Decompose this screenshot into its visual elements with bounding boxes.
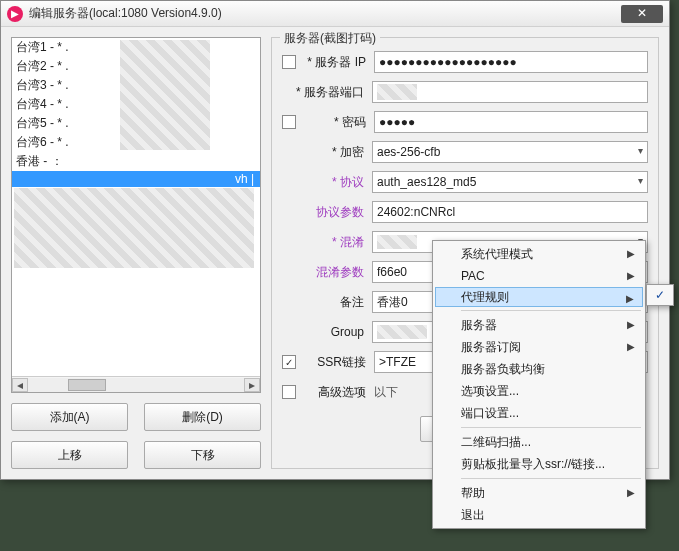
remark-label: 备注	[282, 294, 372, 311]
password-label: * 密码	[300, 114, 374, 131]
menu-item[interactable]: 剪贴板批量导入ssr://链接...	[435, 453, 643, 475]
close-button[interactable]: ✕	[621, 5, 663, 23]
server-port-input[interactable]	[372, 81, 648, 103]
advanced-hint: 以下	[374, 384, 398, 401]
submenu-arrow-icon: ▶	[627, 341, 635, 352]
delete-button[interactable]: 删除(D)	[144, 403, 261, 431]
menu-item[interactable]: 服务器▶	[435, 314, 643, 336]
horizontal-scrollbar[interactable]: ◂ ▸	[12, 376, 260, 392]
list-item[interactable]: 香港 - ：	[12, 152, 260, 171]
censored-area	[14, 188, 254, 268]
add-button[interactable]: 添加(A)	[11, 403, 128, 431]
protocol-param-input[interactable]: 24602:nCNRcl	[372, 201, 648, 223]
menu-separator	[461, 427, 641, 428]
fieldset-legend: 服务器(截图打码)	[280, 30, 380, 47]
password-checkbox[interactable]	[282, 115, 296, 129]
group-label: Group	[282, 325, 372, 339]
server-ip-input[interactable]: ●●●●●●●●●●●●●●●●●●●	[374, 51, 648, 73]
menu-item[interactable]: PAC▶	[435, 265, 643, 287]
server-ip-checkbox[interactable]	[282, 55, 296, 69]
menu-separator	[461, 310, 641, 311]
server-port-label: * 服务器端口	[282, 84, 372, 101]
server-listbox[interactable]: 台湾1 - * . 台湾2 - * . 台湾3 - * . 台湾4 - * . …	[11, 37, 261, 393]
ssr-link-label: SSR链接	[300, 354, 374, 371]
submenu-arrow-icon: ▶	[627, 487, 635, 498]
titlebar[interactable]: ▶ 编辑服务器(local:1080 Version4.9.0) ✕	[1, 1, 669, 27]
scroll-thumb[interactable]	[68, 379, 106, 391]
menu-item[interactable]: 二维码扫描...	[435, 431, 643, 453]
left-column: 台湾1 - * . 台湾2 - * . 台湾3 - * . 台湾4 - * . …	[11, 37, 261, 469]
check-icon: ✓	[655, 288, 665, 302]
menu-item[interactable]: 系统代理模式▶	[435, 243, 643, 265]
menu-item[interactable]: 退出	[435, 504, 643, 526]
ssr-link-checkbox[interactable]: ✓	[282, 355, 296, 369]
encrypt-label: * 加密	[282, 144, 372, 161]
menu-item[interactable]: 选项设置...	[435, 380, 643, 402]
menu-item[interactable]: 服务器负载均衡	[435, 358, 643, 380]
menu-item[interactable]: 帮助▶	[435, 482, 643, 504]
censored-area	[120, 40, 210, 150]
server-ip-label: * 服务器 IP	[300, 54, 374, 71]
protocol-param-label: 协议参数	[282, 204, 372, 221]
scroll-left-arrow[interactable]: ◂	[12, 378, 28, 392]
menu-item[interactable]: 端口设置...	[435, 402, 643, 424]
scroll-right-arrow[interactable]: ▸	[244, 378, 260, 392]
menu-separator	[461, 478, 641, 479]
proxy-rule-submenu-check[interactable]: ✓	[646, 284, 674, 306]
advanced-label: 高级选项	[300, 384, 374, 401]
app-icon: ▶	[7, 6, 23, 22]
submenu-arrow-icon: ▶	[627, 270, 635, 281]
move-down-button[interactable]: 下移	[144, 441, 261, 469]
scroll-track[interactable]	[28, 378, 244, 392]
advanced-checkbox[interactable]	[282, 385, 296, 399]
submenu-arrow-icon: ▶	[627, 248, 635, 259]
protocol-label: * 协议	[282, 174, 372, 191]
list-item-selected[interactable]: vh |	[12, 171, 260, 187]
window-title: 编辑服务器(local:1080 Version4.9.0)	[29, 5, 222, 22]
obfs-param-label: 混淆参数	[282, 264, 372, 281]
move-up-button[interactable]: 上移	[11, 441, 128, 469]
obfs-label: * 混淆	[282, 234, 372, 251]
submenu-arrow-icon: ▶	[627, 319, 635, 330]
menu-item[interactable]: 服务器订阅▶	[435, 336, 643, 358]
menu-item[interactable]: 代理规则▶	[435, 287, 643, 307]
submenu-arrow-icon: ▶	[626, 293, 634, 304]
encrypt-select[interactable]: aes-256-cfb	[372, 141, 648, 163]
protocol-select[interactable]: auth_aes128_md5	[372, 171, 648, 193]
tray-context-menu[interactable]: 系统代理模式▶PAC▶代理规则▶服务器▶服务器订阅▶服务器负载均衡选项设置...…	[432, 240, 646, 529]
password-input[interactable]: ●●●●●	[374, 111, 648, 133]
